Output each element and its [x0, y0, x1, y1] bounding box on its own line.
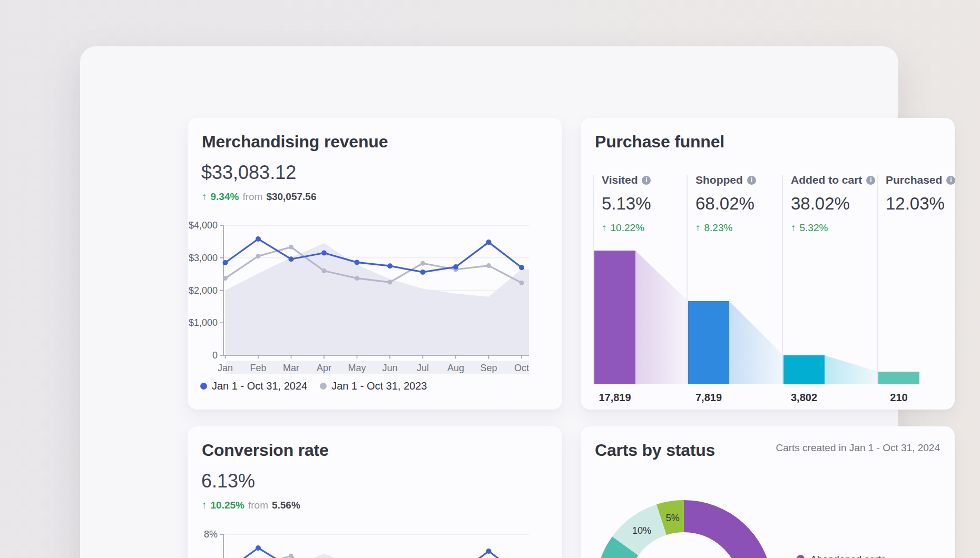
stage-value: 68.02% [695, 193, 782, 215]
revenue-delta: ↑ 9.34% from $30,057.56 [202, 191, 316, 203]
delta-percent: 10.25% [211, 499, 244, 512]
info-icon[interactable]: i [946, 176, 955, 185]
svg-text:Jun: Jun [382, 363, 397, 373]
funnel-stage-visited: Visited i 5.13% ↑10.22% [593, 173, 687, 234]
svg-text:8%: 8% [204, 529, 218, 540]
legend-item[interactable]: Jan 1 - Oct 31, 2024 [200, 380, 307, 392]
stage-value: 12.03% [886, 193, 942, 215]
delta-from-word: from [242, 191, 262, 203]
card-title-conversion: Conversion rate [202, 440, 329, 460]
svg-text:17,819: 17,819 [599, 392, 631, 403]
up-arrow-icon: ↑ [695, 222, 701, 234]
stage-delta: ↑10.22% [602, 222, 687, 234]
funnel-bar-chart: 17,8197,8193,802210 [581, 118, 955, 410]
svg-text:Feb: Feb [250, 363, 266, 373]
svg-text:Mar: Mar [283, 363, 299, 373]
delta-percent: 9.34% [211, 191, 239, 203]
funnel-stage-added-to-cart: Added to cart i 38.02% ↑5.32% [782, 173, 877, 234]
legend-label: Jan 1 - Oct 31, 2024 [212, 380, 307, 392]
carts-date-range: Carts created in Jan 1 - Oct 31, 2024 [776, 442, 940, 454]
delta-previous-value: 5.56% [272, 499, 300, 512]
up-arrow-icon: ↑ [202, 191, 207, 203]
carts-legend-item: Abandoned carts [797, 553, 938, 558]
info-icon[interactable]: i [866, 176, 875, 185]
up-arrow-icon: ↑ [791, 222, 796, 234]
legend-item[interactable]: Jan 1 - Oct 31, 2023 [320, 380, 427, 392]
svg-text:Apr: Apr [317, 363, 331, 373]
stage-delta: ↑8.23% [695, 222, 782, 234]
funnel-stage-shopped: Shopped i 68.02% ↑8.23% [687, 173, 782, 234]
legend-dot [320, 383, 327, 390]
svg-text:3,802: 3,802 [791, 392, 817, 403]
card-carts-by-status: 15%10%5%All carts10,000 Carts by status … [581, 426, 955, 558]
stage-value: 5.13% [602, 193, 687, 215]
up-arrow-icon: ↑ [602, 222, 607, 234]
stage-label: Visited [602, 173, 638, 187]
svg-text:Sep: Sep [480, 363, 497, 373]
svg-text:Jul: Jul [417, 363, 429, 373]
stage-value: 38.02% [791, 193, 877, 215]
card-conversion-rate: 8%6%4% Conversion rate 6.13% ↑ 10.25% fr… [188, 426, 562, 558]
legend-dot [797, 555, 805, 558]
card-purchase-funnel: 17,8197,8193,802210 Purchase funnel Visi… [581, 118, 955, 410]
info-icon[interactable]: i [747, 176, 756, 185]
svg-text:Oct: Oct [514, 363, 529, 373]
delta-from-word: from [248, 499, 268, 512]
card-title-funnel: Purchase funnel [595, 132, 724, 152]
legend-label: Abandoned carts [810, 553, 886, 558]
svg-text:Jan: Jan [218, 363, 233, 373]
svg-text:$2,000: $2,000 [189, 285, 218, 296]
conversion-value: 6.13% [201, 470, 255, 493]
svg-text:$1,000: $1,000 [189, 317, 218, 328]
revenue-chart-legend: Jan 1 - Oct 31, 2024Jan 1 - Oct 31, 2023 [200, 380, 427, 392]
dashboard-panel: $4,000$3,000$2,000$1,0000JanFebMarAprMay… [80, 46, 898, 558]
svg-text:10%: 10% [632, 525, 651, 536]
carts-chart-legend: Abandoned cartsConverted carts that were… [797, 553, 938, 558]
revenue-value: $33,083.12 [201, 161, 296, 184]
svg-text:5%: 5% [666, 513, 680, 523]
svg-text:$4,000: $4,000 [189, 220, 218, 231]
funnel-stage-purchased: Purchased i 12.03% [877, 173, 942, 215]
svg-text:May: May [348, 363, 366, 373]
delta-previous-value: $30,057.56 [266, 191, 316, 203]
card-title-revenue: Merchandising revenue [202, 132, 388, 152]
svg-text:210: 210 [890, 392, 907, 403]
conversion-delta: ↑ 10.25% from 5.56% [202, 499, 300, 512]
card-merchandising-revenue: $4,000$3,000$2,000$1,0000JanFebMarAprMay… [188, 118, 562, 410]
stage-delta: ↑5.32% [791, 222, 877, 234]
stage-label: Purchased [886, 173, 942, 187]
info-icon[interactable]: i [642, 176, 651, 185]
svg-text:7,819: 7,819 [695, 392, 722, 403]
svg-text:$3,000: $3,000 [189, 253, 218, 263]
legend-dot [200, 383, 207, 390]
svg-text:Aug: Aug [447, 363, 464, 373]
up-arrow-icon: ↑ [202, 499, 207, 512]
analytics-dashboard: { "colors": { "accent_blue": "#3f5fd8", … [0, 0, 980, 558]
card-title-carts: Carts by status [595, 440, 715, 460]
svg-text:0: 0 [212, 350, 218, 361]
stage-label: Added to cart [791, 173, 862, 187]
legend-label: Jan 1 - Oct 31, 2023 [331, 380, 427, 392]
stage-label: Shopped [695, 173, 743, 187]
